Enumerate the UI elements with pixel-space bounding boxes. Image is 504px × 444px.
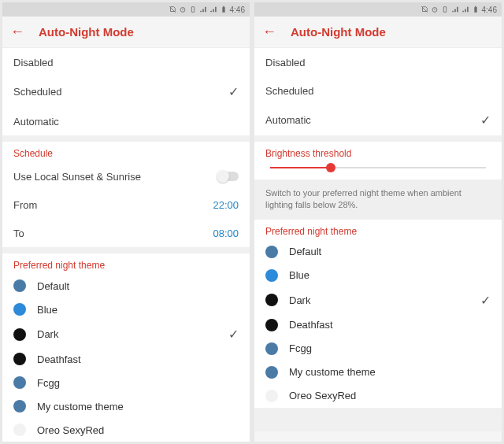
screen-automatic: 4:46 ← Auto-Night Mode Disabled Schedule… — [254, 2, 502, 442]
theme-list-left: DefaultBlueDark✓DeathfastFcggMy custome … — [2, 274, 250, 442]
screen-scheduled: 4:46 ← Auto-Night Mode Disabled Schedule… — [2, 2, 250, 442]
svg-rect-3 — [223, 6, 224, 7]
status-time: 4:46 — [230, 6, 245, 14]
status-bar: 4:46 — [2, 2, 250, 17]
status-bar: 4:46 — [254, 2, 502, 17]
theme-label: Deathfast — [289, 319, 491, 331]
mode-scheduled[interactable]: Scheduled ✓ — [2, 76, 250, 107]
theme-swatch — [265, 366, 278, 379]
title-bar: ← Auto-Night Mode — [254, 17, 502, 48]
theme-row[interactable]: Dark✓ — [2, 321, 250, 347]
theme-swatch — [265, 246, 278, 258]
theme-swatch — [265, 294, 278, 306]
theme-row[interactable]: My custome theme — [254, 361, 502, 384]
mode-automatic[interactable]: Automatic — [2, 107, 250, 135]
theme-header: Preferred night theme — [2, 253, 250, 274]
svg-rect-2 — [222, 7, 224, 13]
theme-swatch — [265, 269, 278, 282]
mode-label: Scheduled — [13, 86, 61, 98]
schedule-header: Schedule — [2, 142, 250, 162]
mode-disabled[interactable]: Disabled — [2, 48, 250, 76]
theme-swatch — [13, 303, 26, 316]
theme-label: Oreo SexyRed — [289, 390, 491, 401]
brightness-header: Brightness threshold — [254, 142, 502, 162]
status-time: 4:46 — [482, 6, 497, 14]
theme-row[interactable]: Deathfast — [254, 313, 502, 337]
theme-row[interactable]: My custome theme — [2, 394, 250, 418]
mode-label: Scheduled — [265, 85, 313, 97]
svg-rect-7 — [475, 6, 476, 7]
from-value: 22:00 — [213, 199, 239, 211]
check-icon: ✓ — [480, 113, 491, 128]
mode-list: Disabled Scheduled ✓ Automatic — [2, 48, 250, 135]
mode-scheduled[interactable]: Scheduled — [254, 76, 502, 105]
theme-swatch — [13, 400, 26, 413]
mode-list: Disabled Scheduled Automatic ✓ — [254, 48, 502, 135]
alarm-icon — [179, 6, 187, 13]
no-sim-icon — [421, 6, 428, 13]
switch-toggle[interactable] — [217, 172, 239, 181]
mode-automatic[interactable]: Automatic ✓ — [254, 105, 502, 135]
theme-swatch — [13, 353, 26, 365]
no-sim-icon — [169, 6, 176, 13]
theme-list-right: DefaultBlueDark✓DeathfastFcggMy custome … — [254, 240, 502, 408]
theme-row[interactable]: Blue — [254, 264, 502, 287]
local-sunset-label: Use Local Sunset & Sunrise — [13, 171, 141, 183]
to-label: To — [13, 228, 24, 239]
theme-row[interactable]: Deathfast — [2, 347, 250, 371]
theme-row[interactable]: Fcgg — [2, 371, 250, 394]
theme-label: Blue — [289, 269, 491, 281]
back-icon[interactable]: ← — [262, 24, 276, 40]
mode-label: Automatic — [13, 116, 59, 128]
mode-label: Disabled — [13, 57, 54, 68]
local-sunset-row[interactable]: Use Local Sunset & Sunrise — [2, 162, 250, 191]
title-bar: ← Auto-Night Mode — [2, 17, 250, 48]
check-icon: ✓ — [228, 84, 239, 99]
page-title: Auto-Night Mode — [39, 25, 134, 39]
mode-disabled[interactable]: Disabled — [254, 48, 502, 76]
battery-icon — [220, 6, 228, 13]
theme-row[interactable]: Oreo SexyRed — [2, 418, 250, 442]
brightness-slider-wrap — [254, 162, 502, 179]
theme-label: Dark — [289, 294, 469, 306]
signal-icon-2 — [461, 6, 469, 13]
page-title: Auto-Night Mode — [291, 25, 386, 39]
theme-row[interactable]: Fcgg — [254, 337, 502, 361]
theme-swatch — [265, 390, 278, 402]
theme-label: My custome theme — [37, 401, 239, 413]
mode-label: Automatic — [265, 114, 311, 126]
signal-icon — [199, 6, 207, 13]
to-value: 08:00 — [213, 228, 239, 239]
theme-label: Default — [37, 280, 239, 292]
vibrate-icon — [189, 6, 197, 13]
mode-label: Disabled — [265, 57, 306, 68]
theme-label: My custome theme — [289, 366, 491, 378]
theme-label: Fcgg — [289, 342, 491, 354]
slider-thumb[interactable] — [326, 163, 335, 172]
theme-swatch — [265, 319, 278, 331]
theme-label: Default — [289, 246, 491, 257]
theme-label: Oreo SexyRed — [37, 424, 239, 436]
svg-rect-5 — [443, 7, 446, 13]
svg-rect-6 — [474, 7, 476, 13]
theme-row[interactable]: Oreo SexyRed — [254, 384, 502, 408]
brightness-slider[interactable] — [270, 167, 486, 168]
svg-rect-1 — [191, 7, 194, 13]
alarm-icon — [431, 6, 439, 13]
theme-row[interactable]: Default — [254, 240, 502, 264]
theme-label: Blue — [37, 304, 239, 316]
from-label: From — [13, 199, 37, 211]
back-icon[interactable]: ← — [10, 24, 24, 40]
theme-row[interactable]: Blue — [2, 298, 250, 321]
to-row[interactable]: To 08:00 — [2, 219, 250, 247]
theme-row[interactable]: Default — [2, 274, 250, 298]
theme-label: Fcgg — [37, 377, 239, 389]
signal-icon-2 — [209, 6, 217, 13]
battery-icon — [472, 6, 480, 13]
theme-swatch — [13, 279, 26, 292]
theme-row[interactable]: Dark✓ — [254, 287, 502, 313]
from-row[interactable]: From 22:00 — [2, 191, 250, 219]
signal-icon — [451, 6, 459, 13]
check-icon: ✓ — [480, 293, 491, 308]
theme-header: Preferred night theme — [254, 220, 502, 240]
